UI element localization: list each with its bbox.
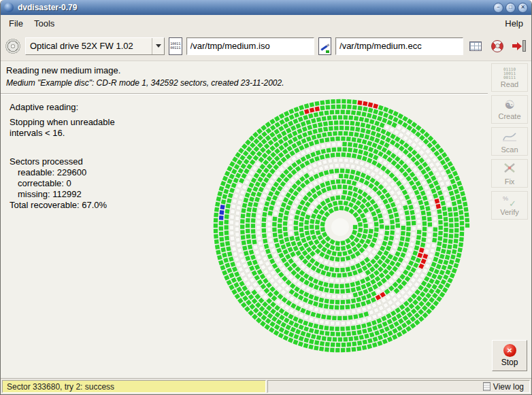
sectors-processed-label: Sectors processed xyxy=(10,156,115,167)
main-column: Reading new medium image. Medium "Exampl… xyxy=(1,61,488,378)
status-message: Sector 333680, try 2: success xyxy=(2,380,266,393)
scan-button[interactable]: Scan xyxy=(491,127,528,156)
create-button[interactable]: ☯ Create xyxy=(491,95,528,124)
status-header-title: Reading new medium image. xyxy=(6,65,482,75)
titlebar: dvdisaster-0.79 − □ ✕ xyxy=(1,0,531,15)
stop-condition-line2: intervals < 16. xyxy=(10,128,115,139)
read-icon: 01110 10011 00111 xyxy=(503,67,516,80)
drive-select[interactable]: Optical drive 52X FW 1.02 xyxy=(25,37,165,55)
reading-info: Adaptive reading: Stopping when unreadab… xyxy=(10,102,115,211)
percent-glyph: % xyxy=(503,195,508,202)
verify-button[interactable]: % ✓ Verify xyxy=(491,191,528,220)
minimize-button[interactable]: − xyxy=(493,3,503,13)
scan-button-label: Scan xyxy=(501,145,518,154)
readable-count: readable: 229600 xyxy=(10,167,115,178)
create-button-label: Create xyxy=(498,112,520,120)
body: Reading new medium image. Medium "Exampl… xyxy=(1,61,531,378)
ecc-file-icon xyxy=(318,37,331,55)
stop-button[interactable]: ✕ Stop xyxy=(492,340,527,371)
menu-help[interactable]: Help xyxy=(499,16,529,31)
status-header-subtitle: Medium "Example disc": CD-R mode 1, 3425… xyxy=(6,78,482,88)
verify-button-label: Verify xyxy=(500,208,519,216)
maximize-button[interactable]: □ xyxy=(505,3,516,13)
chevron-down-icon xyxy=(156,44,161,48)
statusbar-right: View log xyxy=(267,380,530,393)
menu-file[interactable]: File xyxy=(3,16,29,31)
toolbar: Optical drive 52X FW 1.02 10011 00111 xyxy=(1,31,531,61)
menubar: File Tools Help xyxy=(1,15,531,31)
arrow-shaft xyxy=(512,44,517,48)
stop-icon: ✕ xyxy=(503,344,516,357)
stop-button-label: Stop xyxy=(501,358,518,367)
status-header: Reading new medium image. Medium "Exampl… xyxy=(1,61,488,94)
statusbar: Sector 333680, try 2: success View log xyxy=(1,378,531,394)
menu-tools[interactable]: Tools xyxy=(29,16,60,31)
binary-line: 00111 xyxy=(170,46,180,50)
ecc-file-input[interactable] xyxy=(335,37,463,55)
fix-button-label: Fix xyxy=(505,177,515,186)
missing-count: missing: 112992 xyxy=(10,189,115,200)
lifebelt-icon xyxy=(491,40,503,52)
preferences-button[interactable] xyxy=(467,38,484,54)
total-recoverable: Total recoverable: 67.0% xyxy=(10,200,115,211)
window-title: dvdisaster-0.79 xyxy=(18,3,77,12)
image-file-input[interactable] xyxy=(186,37,314,55)
verify-icon: % ✓ xyxy=(503,195,516,207)
content-area: Adaptive reading: Stopping when unreadab… xyxy=(1,94,488,378)
quit-button[interactable] xyxy=(511,38,527,54)
correctable-count: correctable: 0 xyxy=(10,178,115,189)
action-sidebar: 01110 10011 00111 Read ☯ Create Scan xyxy=(488,61,531,378)
door-shape xyxy=(522,40,526,52)
view-log-link[interactable]: View log xyxy=(493,382,524,392)
preferences-icon xyxy=(469,41,482,51)
image-file-icon: 10011 00111 xyxy=(169,37,182,55)
chip-shape xyxy=(326,50,329,53)
quit-icon xyxy=(512,40,526,52)
arrow-head xyxy=(517,42,522,50)
window-icon[interactable] xyxy=(4,3,14,12)
drive-select-dropdown-button[interactable] xyxy=(152,38,164,54)
log-icon xyxy=(483,382,491,391)
read-button-label: Read xyxy=(501,80,518,88)
app-window: dvdisaster-0.79 − □ ✕ File Tools Help Op… xyxy=(0,0,532,395)
close-button[interactable]: ✕ xyxy=(518,3,528,13)
medium-state-spiral xyxy=(197,94,483,370)
toolbar-right xyxy=(467,38,527,54)
stop-condition-line1: Stopping when unreadable xyxy=(10,117,115,128)
read-button[interactable]: 01110 10011 00111 Read xyxy=(491,63,528,92)
help-button[interactable] xyxy=(489,38,505,54)
scan-icon xyxy=(502,130,517,145)
check-glyph: ✓ xyxy=(509,199,516,209)
adaptive-reading-label: Adaptive reading: xyxy=(10,102,115,113)
binary-line: 00111 xyxy=(503,75,516,80)
drive-select-value: Optical drive 52X FW 1.02 xyxy=(26,41,152,51)
fix-icon xyxy=(503,162,516,177)
fix-button[interactable]: Fix xyxy=(491,159,528,188)
create-icon: ☯ xyxy=(504,99,514,111)
drive-icon[interactable] xyxy=(5,38,21,54)
lifebelt-hole xyxy=(495,44,500,48)
